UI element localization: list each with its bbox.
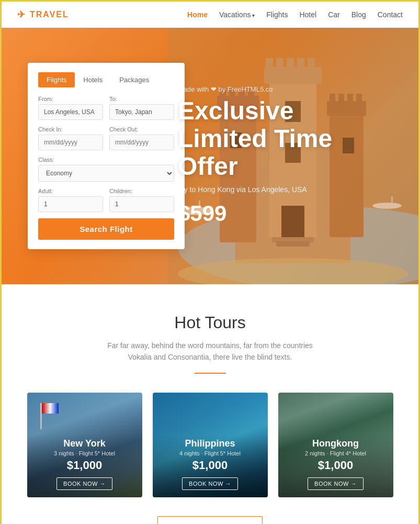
svg-rect-20 bbox=[297, 58, 304, 70]
from-input[interactable] bbox=[38, 104, 103, 120]
tour-card-new-york[interactable]: New York 3 nights · Flight 5* Hotel $1,0… bbox=[27, 393, 142, 497]
header: ✈ TRAVEL Home Vacations Flights Hotel Ca… bbox=[2, 2, 418, 28]
hero-subtitle: Made with ❤ by FreeHTML5.co bbox=[178, 85, 377, 93]
logo-text: TRAVEL bbox=[30, 10, 69, 19]
hero-price: $599 bbox=[178, 202, 377, 227]
adult-input[interactable] bbox=[38, 196, 103, 212]
tour-card-hongkong[interactable]: Hongkong 2 nights · Flight 4* Hotel $1,0… bbox=[278, 393, 393, 497]
nav-hotel[interactable]: Hotel bbox=[299, 10, 316, 19]
children-group: Children: bbox=[109, 188, 174, 212]
card-title-philippines: Philippines bbox=[160, 438, 260, 449]
tour-card-philippines[interactable]: Philippines 4 nights · Flight 5* Hotel $… bbox=[153, 393, 268, 497]
book-now-new-york[interactable]: BOOK NOW bbox=[56, 477, 112, 490]
tab-packages[interactable]: Packages bbox=[111, 72, 157, 87]
nav-vacations[interactable]: Vacations bbox=[219, 10, 255, 19]
children-label: Children: bbox=[109, 188, 174, 194]
nav-car[interactable]: Car bbox=[328, 10, 340, 19]
passengers-row: Adult: Children: bbox=[38, 188, 174, 212]
card-content-hongkong: Hongkong 2 nights · Flight 4* Hotel $1,0… bbox=[278, 431, 393, 497]
nav-flights[interactable]: Flights bbox=[266, 10, 288, 19]
class-select[interactable]: Economy Business First Class bbox=[38, 165, 174, 182]
adult-label: Adult: bbox=[38, 188, 103, 194]
card-content-new-york: New York 3 nights · Flight 5* Hotel $1,0… bbox=[27, 431, 142, 497]
checkin-group: Check In: bbox=[38, 126, 103, 150]
card-nights-philippines: 4 nights · Flight 5* Hotel bbox=[160, 450, 260, 456]
to-label: To: bbox=[109, 96, 174, 102]
card-price-hongkong: $1,000 bbox=[286, 459, 386, 472]
svg-rect-28 bbox=[276, 241, 310, 247]
from-label: From: bbox=[38, 96, 103, 102]
svg-rect-33 bbox=[391, 196, 393, 208]
hero-description: Fly to Hong Kong via Los Angeles, USA bbox=[178, 186, 377, 194]
hot-tours-title: Hot Tours bbox=[17, 313, 403, 332]
adult-group: Adult: bbox=[38, 188, 103, 212]
hero-section: Flights Hotels Packages From: To: Check … bbox=[2, 28, 418, 284]
svg-point-32 bbox=[372, 203, 402, 209]
children-input[interactable] bbox=[109, 196, 174, 212]
search-tabs: Flights Hotels Packages bbox=[38, 72, 174, 87]
see-all-offers-button[interactable]: SEE ALL OFFERS bbox=[157, 516, 263, 524]
book-now-hongkong[interactable]: BOOK NOW bbox=[308, 477, 364, 490]
logo[interactable]: ✈ TRAVEL bbox=[17, 9, 69, 20]
card-price-philippines: $1,000 bbox=[160, 459, 260, 472]
tab-flights[interactable]: Flights bbox=[38, 72, 75, 87]
card-price-new-york: $1,000 bbox=[35, 459, 135, 472]
checkout-group: Check Out: bbox=[109, 126, 174, 150]
card-content-philippines: Philippines 4 nights · Flight 5* Hotel $… bbox=[153, 431, 268, 497]
svg-rect-19 bbox=[287, 58, 294, 70]
plane-icon: ✈ bbox=[17, 9, 26, 20]
svg-rect-21 bbox=[308, 58, 315, 70]
checkin-input[interactable] bbox=[38, 135, 103, 150]
book-now-philippines[interactable]: BOOK NOW bbox=[182, 477, 238, 490]
nav-contact[interactable]: Contact bbox=[378, 10, 403, 19]
svg-rect-17 bbox=[266, 58, 273, 70]
to-input[interactable] bbox=[109, 104, 174, 120]
search-box: Flights Hotels Packages From: To: Check … bbox=[28, 63, 185, 249]
card-nights-new-york: 3 nights · Flight 5* Hotel bbox=[35, 450, 135, 456]
from-group: From: bbox=[38, 96, 103, 120]
checkin-label: Check In: bbox=[38, 126, 103, 132]
from-to-row: From: To: bbox=[38, 96, 174, 120]
class-label: Class: bbox=[38, 157, 174, 163]
nav-blog[interactable]: Blog bbox=[351, 10, 366, 19]
hot-tours-description: Far far away, behind the word mountains,… bbox=[95, 340, 325, 363]
svg-rect-18 bbox=[276, 58, 283, 70]
card-title-new-york: New York bbox=[35, 438, 135, 449]
hot-tours-section: Hot Tours Far far away, behind the word … bbox=[2, 284, 418, 524]
card-title-hongkong: Hongkong bbox=[286, 438, 386, 449]
hero-text: Made with ❤ by FreeHTML5.co Exclusive Li… bbox=[178, 85, 377, 226]
checkout-input[interactable] bbox=[109, 135, 174, 150]
checkout-label: Check Out: bbox=[109, 126, 174, 132]
nav-home[interactable]: Home bbox=[187, 10, 208, 19]
class-group: Class: Economy Business First Class bbox=[38, 157, 174, 182]
card-nights-hongkong: 2 nights · Flight 4* Hotel bbox=[286, 450, 386, 456]
main-nav: Home Vacations Flights Hotel Car Blog Co… bbox=[187, 10, 403, 19]
hero-title: Exclusive Limited Time Offer bbox=[178, 97, 377, 180]
dates-row: Check In: Check Out: bbox=[38, 126, 174, 150]
search-flight-button[interactable]: Search Flight bbox=[38, 218, 174, 240]
to-group: To: bbox=[109, 96, 174, 120]
section-divider bbox=[195, 373, 226, 374]
tour-cards-container: New York 3 nights · Flight 5* Hotel $1,0… bbox=[17, 393, 403, 497]
tab-hotels[interactable]: Hotels bbox=[75, 72, 111, 87]
